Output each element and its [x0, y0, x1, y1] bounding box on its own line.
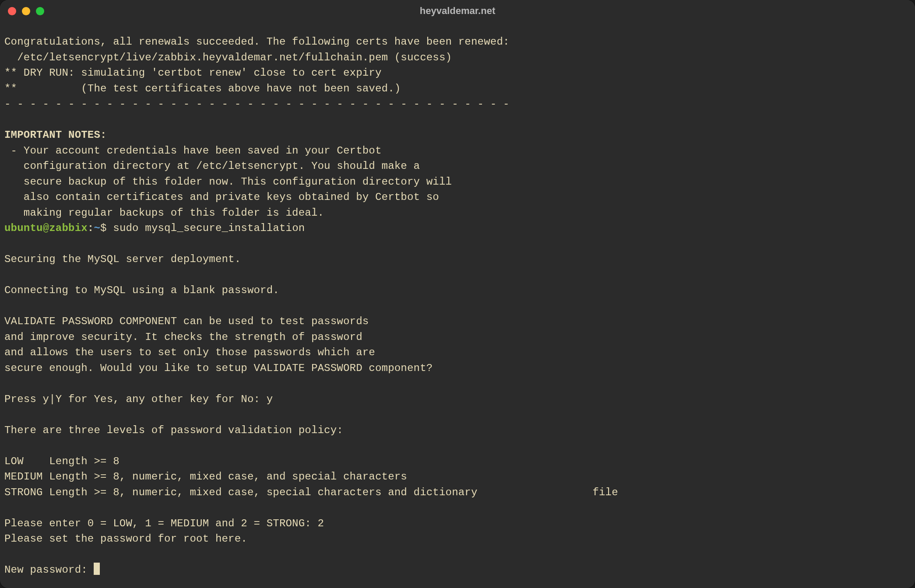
important-notes-header: IMPORTANT NOTES:: [4, 129, 107, 141]
output-line: ** (The test certificates above have not…: [4, 83, 401, 94]
prompt-host: zabbix: [49, 222, 88, 234]
output-line: LOW Length >= 8: [4, 455, 120, 467]
terminal-window: heyvaldemar.net Congratulations, all ren…: [0, 0, 915, 588]
output-line: /etc/letsencrypt/live/zabbix.heyvaldemar…: [4, 52, 452, 63]
output-line: ** DRY RUN: simulating 'certbot renew' c…: [4, 67, 382, 79]
prompt-at: @: [43, 222, 49, 234]
output-line: Connecting to MySQL using a blank passwo…: [4, 284, 279, 296]
prompt-line: ubuntu@zabbix:~$ sudo mysql_secure_insta…: [4, 222, 305, 234]
prompt-user: ubuntu: [4, 222, 43, 234]
prompt-colon: :: [88, 222, 94, 234]
output-line: making regular backups of this folder is…: [4, 207, 324, 219]
password-prompt: New password:: [4, 564, 94, 576]
window-title: heyvaldemar.net: [0, 5, 915, 17]
output-line: secure backup of this folder now. This c…: [4, 176, 452, 188]
output-line: - - - - - - - - - - - - - - - - - - - - …: [4, 98, 510, 110]
output-line: Securing the MySQL server deployment.: [4, 253, 241, 265]
output-line: Please enter 0 = LOW, 1 = MEDIUM and 2 =…: [4, 518, 324, 529]
minimize-icon[interactable]: [22, 7, 30, 15]
output-line: Press y|Y for Yes, any other key for No:…: [4, 393, 273, 405]
prompt-path: ~: [94, 222, 100, 234]
titlebar: heyvaldemar.net: [0, 0, 915, 22]
output-line: Congratulations, all renewals succeeded.…: [4, 36, 510, 48]
output-line: MEDIUM Length >= 8, numeric, mixed case,…: [4, 471, 407, 483]
output-line: STRONG Length >= 8, numeric, mixed case,…: [4, 486, 618, 498]
maximize-icon[interactable]: [36, 7, 44, 15]
traffic-lights: [8, 7, 44, 15]
output-line: secure enough. Would you like to setup V…: [4, 362, 433, 374]
output-line: and improve security. It checks the stre…: [4, 331, 362, 343]
prompt-dollar: $: [100, 222, 113, 234]
output-line: There are three levels of password valid…: [4, 424, 343, 436]
output-line: Please set the password for root here.: [4, 533, 247, 545]
cursor-icon: [94, 563, 100, 575]
output-line: and allows the users to set only those p…: [4, 346, 375, 358]
output-line: also contain certificates and private ke…: [4, 191, 439, 203]
output-line: VALIDATE PASSWORD COMPONENT can be used …: [4, 315, 369, 327]
close-icon[interactable]: [8, 7, 16, 15]
output-line: - Your account credentials have been sav…: [4, 145, 382, 157]
command-text: sudo mysql_secure_installation: [113, 222, 305, 234]
terminal-body[interactable]: Congratulations, all renewals succeeded.…: [0, 22, 915, 588]
output-line: configuration directory at /etc/letsencr…: [4, 160, 420, 172]
